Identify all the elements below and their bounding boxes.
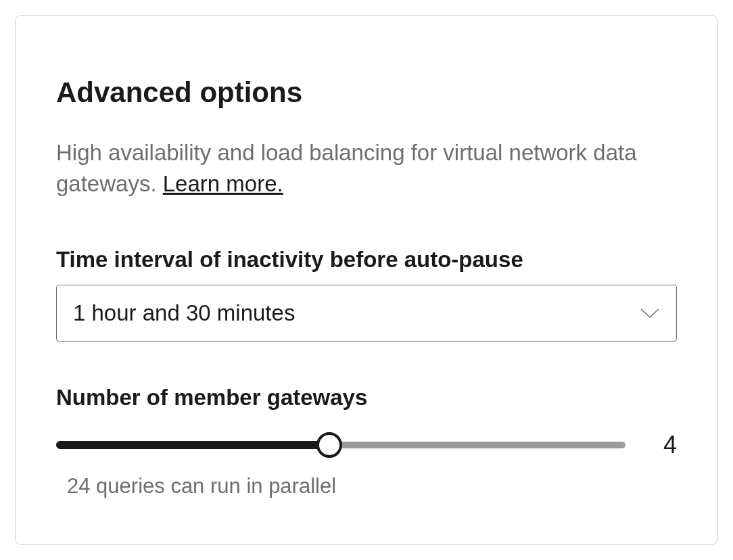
autopause-label: Time interval of inactivity before auto-… (56, 247, 677, 273)
panel-heading: Advanced options (56, 76, 677, 109)
autopause-dropdown[interactable]: 1 hour and 30 minutes (56, 285, 677, 342)
slider-thumb[interactable] (316, 432, 342, 458)
slider-track-fill (56, 441, 329, 449)
autopause-selected-value: 1 hour and 30 minutes (73, 300, 295, 326)
chevron-down-icon (640, 307, 660, 319)
description-text: High availability and load balancing for… (56, 140, 637, 196)
gateways-label: Number of member gateways (56, 385, 677, 411)
learn-more-link[interactable]: Learn more. (163, 171, 283, 196)
advanced-options-panel: Advanced options High availability and l… (15, 15, 718, 545)
panel-description: High availability and load balancing for… (56, 137, 677, 200)
gateways-value: 4 (650, 431, 677, 459)
gateways-slider-row: 4 (56, 431, 677, 459)
gateways-helper-text: 24 queries can run in parallel (56, 474, 677, 498)
gateways-slider[interactable] (56, 441, 625, 449)
